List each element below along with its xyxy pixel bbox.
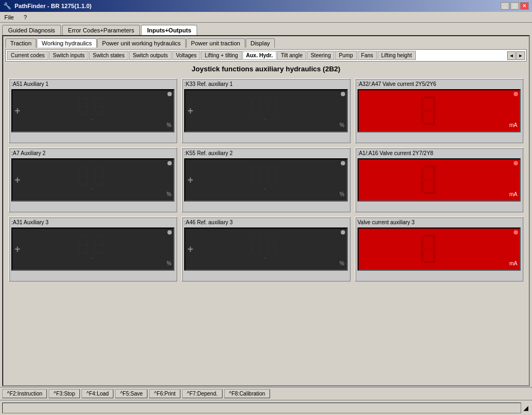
gauge-a1-a16: :A1/:A16 Valve current 2Y7/2Y8 bbox=[355, 148, 523, 212]
gauge-settings-icon-6 bbox=[514, 161, 518, 165]
svg-rect-101 bbox=[267, 245, 268, 253]
subsub-switch-outputs[interactable]: Switch outputs bbox=[129, 51, 172, 60]
tab-scroll-right[interactable]: ► bbox=[516, 51, 525, 60]
svg-rect-4 bbox=[78, 107, 80, 115]
bottom-toolbar: ^F2:Instruction ^F3:Stop ^F4:Load ^F5:Sa… bbox=[0, 387, 532, 400]
svg-rect-60 bbox=[269, 166, 277, 168]
svg-rect-19 bbox=[251, 107, 253, 115]
plus-icon: + bbox=[15, 105, 25, 117]
gauge-a31-value bbox=[25, 235, 166, 264]
svg-rect-76 bbox=[86, 237, 88, 245]
svg-rect-98 bbox=[267, 237, 268, 245]
plus-icon-6: + bbox=[187, 244, 198, 255]
gauge-a31-display: + bbox=[11, 227, 174, 271]
svg-rect-89 bbox=[253, 236, 261, 237]
gauge-k55-unit: % bbox=[340, 191, 345, 198]
svg-rect-16 bbox=[251, 99, 253, 106]
gauge-a46-label: :A46 Ref. auxiliary 3 bbox=[184, 219, 347, 225]
svg-rect-59 bbox=[264, 188, 266, 190]
svg-rect-37 bbox=[80, 166, 88, 168]
subsub-pump[interactable]: Pump bbox=[335, 51, 356, 60]
subsub-switch-states[interactable]: Switch states bbox=[89, 51, 129, 60]
subsub-voltages[interactable]: Voltages bbox=[172, 51, 200, 60]
tab-guided-diagnosis[interactable]: Guided Diagnosis bbox=[2, 25, 61, 35]
maximize-button[interactable]: □ bbox=[510, 2, 519, 10]
gauge-a51-value bbox=[25, 96, 166, 126]
f2-instruction-button[interactable]: ^F2:Instruction bbox=[2, 389, 47, 398]
svg-rect-0 bbox=[80, 97, 88, 99]
svg-rect-65 bbox=[275, 176, 277, 184]
svg-rect-102 bbox=[275, 245, 277, 253]
gauge-k33-display: + bbox=[184, 89, 347, 132]
gauge-valve-aux3-display: mA bbox=[358, 227, 521, 271]
subtab-power-working[interactable]: Power unit working hydraulics bbox=[97, 38, 186, 48]
subsub-tilt-angle[interactable]: Tilt angle bbox=[277, 51, 306, 60]
f3-stop-button[interactable]: ^F3:Stop bbox=[49, 389, 80, 398]
tab-scroll-left[interactable]: ◄ bbox=[507, 51, 516, 60]
svg-rect-10 bbox=[102, 99, 104, 106]
svg-rect-93 bbox=[251, 245, 253, 253]
subtab-working-hydraulics[interactable]: Working hydraulics bbox=[37, 38, 97, 48]
svg-rect-99 bbox=[275, 237, 277, 245]
file-menu[interactable]: File bbox=[2, 14, 16, 21]
svg-rect-81 bbox=[91, 257, 93, 259]
subtab-power-traction[interactable]: Power unit traction bbox=[186, 38, 245, 48]
svg-rect-29 bbox=[269, 114, 277, 116]
svg-rect-45 bbox=[96, 166, 104, 168]
subsub-current-codes[interactable]: Current codes bbox=[7, 51, 49, 60]
gauge-valve-aux3-unit: mA bbox=[509, 260, 517, 267]
f5-save-button[interactable]: ^F5:Save bbox=[115, 389, 147, 398]
gauge-a46-value bbox=[198, 235, 339, 264]
subsub-fans[interactable]: Fans bbox=[358, 51, 377, 60]
plus-icon-3: + bbox=[15, 175, 25, 186]
svg-rect-62 bbox=[275, 168, 277, 176]
svg-rect-84 bbox=[102, 237, 104, 245]
subtab-traction[interactable]: Traction bbox=[5, 38, 36, 48]
status-corner-icon: ◢ bbox=[521, 404, 530, 412]
gauge-grid: :A51 Auxiliary 1 + bbox=[5, 78, 527, 282]
subtab-display[interactable]: Display bbox=[246, 38, 275, 48]
gauge-valve-aux3-value bbox=[361, 232, 509, 267]
gauge-a1-display: mA bbox=[358, 158, 521, 202]
svg-rect-15 bbox=[253, 97, 261, 99]
svg-rect-43 bbox=[80, 183, 88, 185]
svg-rect-23 bbox=[269, 97, 277, 99]
svg-rect-87 bbox=[102, 245, 104, 253]
svg-rect-35 bbox=[433, 111, 435, 123]
subsub-aux-hydr[interactable]: Aux. Hydr. bbox=[243, 51, 277, 60]
f8-calibration-button[interactable]: ^F8:Calibration bbox=[224, 389, 270, 398]
svg-rect-42 bbox=[86, 176, 88, 184]
svg-rect-72 bbox=[433, 180, 435, 192]
subsub-switch-inputs[interactable]: Switch inputs bbox=[49, 51, 89, 60]
svg-rect-51 bbox=[96, 183, 104, 185]
gauge-k55-value bbox=[198, 165, 339, 195]
tab-inputs-outputs[interactable]: Inputs+Outputs bbox=[141, 25, 197, 35]
svg-rect-68 bbox=[421, 168, 423, 179]
svg-rect-109 bbox=[433, 250, 435, 262]
close-button[interactable]: ✕ bbox=[520, 2, 529, 10]
help-menu[interactable]: ? bbox=[22, 14, 29, 21]
svg-rect-1 bbox=[78, 99, 80, 106]
plus-icon-4: + bbox=[187, 175, 198, 186]
gauge-a1-value bbox=[361, 163, 509, 198]
svg-rect-38 bbox=[78, 168, 80, 176]
gauge-k55-label: :K55 Ref. auxiliary 2 bbox=[184, 150, 347, 156]
window-controls: _ □ ✕ bbox=[501, 2, 529, 10]
svg-rect-47 bbox=[102, 168, 104, 176]
subsub-lifting[interactable]: Lifting + tilting bbox=[201, 51, 241, 60]
svg-rect-95 bbox=[253, 252, 261, 254]
subsub-steering[interactable]: Steering bbox=[307, 51, 334, 60]
subsub-lifting-height[interactable]: Lifting height bbox=[378, 51, 416, 60]
minimize-button[interactable]: _ bbox=[501, 2, 509, 10]
svg-rect-61 bbox=[267, 168, 268, 176]
gauge-k55: :K55 Ref. auxiliary 2 + bbox=[181, 148, 350, 212]
f4-load-button[interactable]: ^F4:Load bbox=[82, 389, 113, 398]
f7-depend-button[interactable]: ^F7:Depend. bbox=[182, 389, 223, 398]
gauge-k33-unit: % bbox=[340, 122, 345, 129]
gauge-a7-display: + bbox=[11, 158, 174, 202]
svg-rect-9 bbox=[94, 99, 96, 106]
f6-print-button[interactable]: ^F6:Print bbox=[149, 389, 180, 398]
gauge-k55-display: + bbox=[184, 158, 347, 202]
gauge-a31: :A31 Auxiliary 3 + bbox=[9, 217, 177, 282]
tab-error-codes[interactable]: Error Codes+Parameters bbox=[62, 25, 140, 35]
